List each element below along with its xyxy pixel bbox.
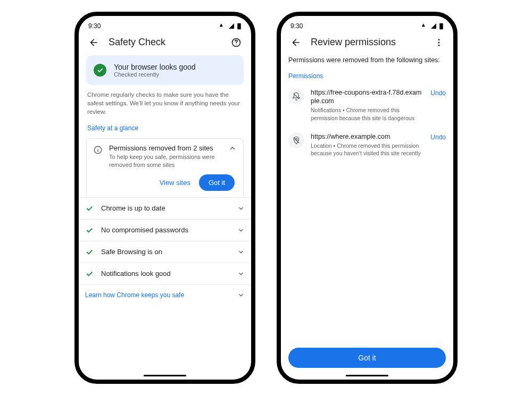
help-icon [231,37,242,48]
review-description: Permissions were removed from the follow… [281,55,453,69]
app-header: Review permissions [281,32,453,55]
check-icon [85,270,94,278]
svg-point-5 [97,148,98,148]
svg-point-2 [236,44,236,45]
check-item-safebrowsing[interactable]: Safe Browsing is on [79,241,251,263]
site-url: https://free-coupons-extra-f.78d.example… [311,88,424,106]
arrow-back-icon [290,37,301,48]
learn-more-link[interactable]: Learn how Chrome keeps you safe [79,284,251,305]
check-item-passwords[interactable]: No compromised passwords [79,219,251,241]
status-card: Your browser looks good Checked recently [86,55,244,85]
check-icon [85,226,94,234]
check-icon [85,248,94,256]
phone-review-permissions: 9:30 Review permissions Permissions were… [277,12,458,384]
svg-point-8 [438,41,440,43]
svg-point-9 [438,45,440,46]
svg-point-7 [438,39,440,40]
page-title: Safety Check [109,37,229,48]
got-it-button[interactable]: Got it [288,348,446,368]
chevron-down-icon [237,248,245,256]
status-title: Your browser looks good [114,63,196,71]
site-description: Notifications • Chrome removed this perm… [311,106,424,121]
check-circle-icon [94,64,106,77]
status-icons [218,22,242,30]
phone-safety-check: 9:30 Safety Check Your browser looks goo… [74,12,255,384]
status-bar: 9:30 [281,16,453,32]
status-icons [420,22,444,30]
back-button[interactable] [288,35,303,50]
help-button[interactable] [229,35,244,50]
location-off-icon [288,132,304,148]
site-description: Location • Chrome removed this permissio… [311,142,424,157]
chevron-down-icon [237,291,245,299]
svg-rect-6 [439,23,443,29]
info-icon [93,145,103,155]
chevron-down-icon [237,270,245,278]
permissions-section-label: Permissions [281,69,453,83]
home-indicator [346,375,388,376]
back-button[interactable] [86,35,101,50]
site-url: https://where.example.com [311,132,424,141]
notifications-off-icon [288,88,304,104]
got-it-button[interactable]: Got it [199,174,235,191]
chevron-down-icon [237,226,245,234]
undo-button[interactable]: Undo [430,88,446,97]
perm-card-title: Permissions removed from 2 sites [109,144,222,152]
status-subtitle: Checked recently [114,71,196,78]
permissions-card: Permissions removed from 2 sites To help… [86,138,244,197]
more-vert-icon [434,38,444,47]
site-row: https://where.example.com Location • Chr… [281,127,453,163]
check-item-uptodate[interactable]: Chrome is up to date [79,197,251,219]
arrow-back-icon [88,37,99,48]
home-indicator [144,375,186,376]
status-time: 9:30 [290,22,303,30]
status-description: Chrome regularly checks to make sure you… [86,85,244,120]
safety-glance-link[interactable]: Safety at a glance [86,120,244,138]
page-title: Review permissions [311,37,432,48]
app-header: Safety Check [79,32,251,55]
perm-card-subtitle: To help keep you safe, permissions were … [109,153,215,169]
check-item-notifications[interactable]: Notifications look good [79,263,251,284]
chevron-up-icon[interactable] [228,144,237,153]
site-row: https://free-coupons-extra-f.78d.example… [281,83,453,127]
view-sites-button[interactable]: View sites [160,179,190,187]
status-bar: 9:30 [79,16,251,32]
status-time: 9:30 [88,22,101,30]
undo-button[interactable]: Undo [430,132,446,141]
check-icon [85,204,94,213]
svg-rect-0 [237,23,241,29]
chevron-down-icon [237,205,245,212]
more-button[interactable] [432,36,446,49]
